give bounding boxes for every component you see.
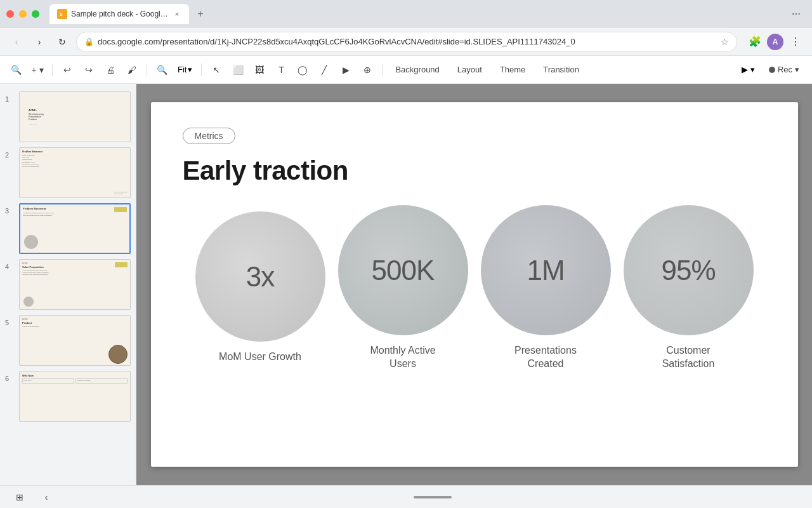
metric-circle-2: 500K (338, 205, 468, 335)
reload-button[interactable]: ↻ (53, 33, 71, 51)
metric-label-3: PresentationsCreated (514, 344, 577, 371)
slide-item-1[interactable]: 1 ACME: RevolutionizingPresentationCreat… (0, 89, 136, 145)
slide-number-6: 6 (5, 375, 14, 382)
metric-circle-3: 1M (481, 205, 611, 335)
metric-label-1: MoM User Growth (219, 351, 301, 364)
window-more-button[interactable]: ⋯ (787, 4, 806, 23)
image-tool-button[interactable]: 🖼 (250, 60, 269, 79)
title-bar: S Sample pitch deck - Google S × + ⋯ (0, 0, 812, 28)
minimize-window-button[interactable] (19, 10, 27, 18)
toolbar-right: ▶ ▾ Rec ▾ (737, 60, 806, 79)
profile-button[interactable]: A (766, 33, 784, 51)
select-tool-button[interactable]: ⬜ (228, 60, 247, 79)
present-icon: ▶ (742, 65, 748, 74)
zoom-button[interactable]: 🔍 (152, 60, 171, 79)
metric-value-1: 3x (246, 261, 274, 293)
security-icon: 🔒 (84, 37, 94, 46)
separator-3 (201, 64, 202, 76)
theme-button[interactable]: Theme (492, 60, 533, 79)
cursor-tool-button[interactable]: ↖ (207, 60, 226, 79)
tab-favicon: S (57, 9, 67, 19)
line-tool-button[interactable]: ╱ (315, 60, 334, 79)
slide-thumb-3: Problem Statement Creating presentations… (19, 203, 131, 254)
background-button[interactable]: Background (388, 60, 447, 79)
metric-item-1: 3x MoM User Growth (195, 211, 325, 364)
close-window-button[interactable] (6, 10, 14, 18)
new-tab-button[interactable]: + (192, 5, 209, 23)
back-button[interactable]: ‹ (8, 33, 25, 51)
present-button[interactable]: ▶ ▾ (737, 60, 760, 79)
search-button[interactable]: 🔍 (6, 60, 25, 79)
slide-item-3[interactable]: 3 Problem Statement Creating presentatio… (0, 201, 136, 257)
metric-item-2: 500K Monthly ActiveUsers (338, 205, 468, 371)
slide-thumb-4: ACME Value Proposition • ACME simplifies… (19, 259, 131, 310)
slide-area: Metrics Early traction 3x MoM User Growt… (136, 84, 812, 485)
paint-format-button[interactable]: 🖌 (122, 60, 141, 79)
slide-item-2[interactable]: 2 Problem Statement Value PropositionWhy… (0, 145, 136, 201)
tab-bar: S Sample pitch deck - Google S × + (49, 4, 782, 24)
slide-number-1: 1 (5, 95, 14, 103)
video-tool-button[interactable]: ▶ (336, 60, 355, 79)
slide-canvas[interactable]: Metrics Early traction 3x MoM User Growt… (151, 102, 798, 467)
slide-number-2: 2 (5, 151, 14, 159)
slide-number-5: 5 (5, 319, 14, 326)
slide-thumb-2: Problem Statement Value PropositionWhy N… (19, 147, 131, 198)
metric-value-2: 500K (372, 255, 435, 286)
present-chevron-icon: ▾ (750, 65, 755, 74)
bottom-bar: ⊞ ‹ (0, 485, 812, 508)
svg-text:S: S (60, 12, 63, 17)
forward-button[interactable]: › (30, 33, 48, 51)
rec-dot-icon (769, 67, 775, 73)
rec-label: Rec (778, 65, 792, 74)
slide-number-3: 3 (5, 207, 14, 215)
fit-dropdown[interactable]: Fit ▾ (174, 60, 196, 79)
panel-toggle-button[interactable]: ‹ (37, 488, 56, 507)
traffic-lights (6, 10, 39, 18)
url-text: docs.google.com/presentation/d/1Kj-JNCP2… (98, 37, 717, 46)
add-button[interactable]: + ▾ (28, 60, 47, 79)
slide-thumb-1: ACME: RevolutionizingPresentationCreatio… (19, 91, 131, 142)
separator-2 (147, 64, 147, 76)
metric-circle-1: 3x (195, 211, 325, 342)
profile-avatar: A (767, 34, 783, 50)
fit-label: Fit (178, 65, 187, 74)
text-tool-button[interactable]: T (272, 60, 291, 79)
metric-value-4: 95% (661, 255, 715, 286)
layout-button[interactable]: Layout (450, 60, 490, 79)
active-tab[interactable]: S Sample pitch deck - Google S × (49, 4, 189, 24)
rec-button[interactable]: Rec ▾ (763, 60, 806, 79)
more-tools-button[interactable]: ⊕ (358, 60, 377, 79)
transition-button[interactable]: Transition (535, 60, 587, 79)
shape-tool-button[interactable]: ◯ (293, 60, 312, 79)
bookmark-icon[interactable]: ☆ (721, 37, 729, 47)
browser-actions: 🧩 A ⋮ (746, 33, 804, 51)
print-button[interactable]: 🖨 (101, 60, 120, 79)
tab-title: Sample pitch deck - Google S (71, 10, 169, 18)
close-tab-button[interactable]: × (173, 10, 181, 18)
slide-panel: 1 ACME: RevolutionizingPresentationCreat… (0, 84, 136, 485)
slide-thumb-6: Why Now Market History... Competitive Ad… (19, 371, 131, 422)
metric-value-3: 1M (527, 255, 564, 286)
slide-item-5[interactable]: 5 ACME Product Available on multiple pla… (0, 312, 136, 368)
slide-item-6[interactable]: 6 Why Now Market History... Competitive … (0, 368, 136, 424)
metric-label-4: CustomerSatisfaction (662, 344, 715, 371)
browser-menu-button[interactable]: ⋮ (787, 33, 804, 51)
main-content: 1 ACME: RevolutionizingPresentationCreat… (0, 84, 812, 485)
undo-button[interactable]: ↩ (58, 60, 77, 79)
grid-view-button[interactable]: ⊞ (10, 488, 29, 507)
redo-button[interactable]: ↪ (79, 60, 98, 79)
address-bar: ‹ › ↻ 🔒 docs.google.com/presentation/d/1… (0, 28, 812, 56)
extensions-button[interactable]: 🧩 (746, 33, 764, 51)
metric-label-2: Monthly ActiveUsers (370, 344, 435, 371)
scroll-indicator (414, 496, 452, 498)
metric-item-4: 95% CustomerSatisfaction (624, 205, 754, 371)
rec-chevron-icon: ▾ (795, 65, 799, 74)
metrics-badge-text: Metrics (195, 131, 223, 141)
url-bar[interactable]: 🔒 docs.google.com/presentation/d/1Kj-JNC… (76, 32, 737, 52)
metric-circle-4: 95% (624, 205, 754, 335)
metrics-badge: Metrics (183, 128, 235, 144)
slide-item-4[interactable]: 4 ACME Value Proposition • ACME simplifi… (0, 257, 136, 312)
slide-number-4: 4 (5, 263, 14, 271)
maximize-window-button[interactable] (32, 10, 39, 18)
slides-toolbar: 🔍 + ▾ ↩ ↪ 🖨 🖌 🔍 Fit ▾ ↖ ⬜ 🖼 T ◯ ╱ ▶ ⊕ Ba… (0, 56, 812, 84)
